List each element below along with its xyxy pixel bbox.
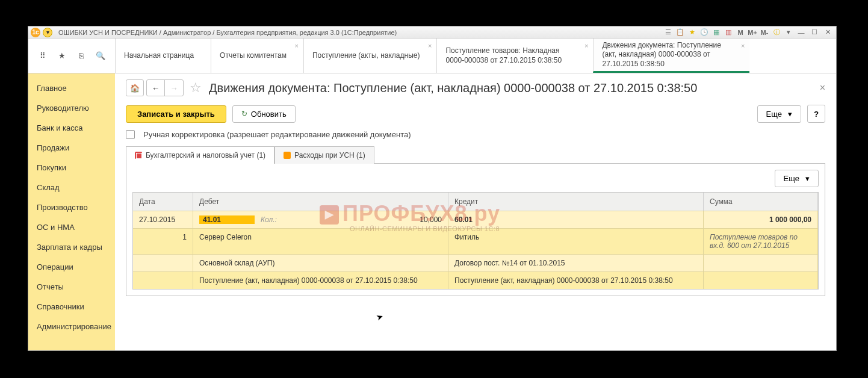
cell-debit-sub: Основной склад (АУП) [193,255,448,271]
sidebar: Главное Руководителю Банк и касса Продаж… [28,73,115,350]
sidebar-item-main[interactable]: Главное [28,78,115,98]
close-window-button[interactable]: ✕ [822,27,834,38]
titlebar: 1c ▾ ОШИБКИ УСН И ПОСРЕДНИКИ / Администр… [28,26,836,39]
close-icon[interactable]: × [584,42,588,49]
cell-num: 1 [133,229,193,254]
save-close-button[interactable]: Записать и закрыть [126,105,226,123]
tab-start[interactable]: Начальная страница [115,39,211,73]
debit-account: 41.01 [199,215,255,224]
tb-icon-2[interactable]: 📋 [675,27,686,38]
th-credit[interactable]: Кредит [448,193,704,211]
dropdown-icon[interactable]: ▾ [43,28,52,37]
sidebar-item-warehouse[interactable]: Склад [28,178,115,197]
sidebar-item-assets[interactable]: ОС и НМА [28,217,115,237]
sidebar-item-purchases[interactable]: Покупки [28,158,115,178]
sidebar-item-sales[interactable]: Продажи [28,138,115,158]
tab-receipt-doc[interactable]: Поступление товаров: Накладная 0000-0000… [436,39,593,73]
cell-sum: 1 000 000,00 [704,211,818,228]
content-area: 🏠 ← → ☆ Движения документа: Поступление … [115,73,836,350]
table-row[interactable]: 27.10.2015 41.01 Кол.: 10,000 60.01 1 00… [133,211,818,228]
app-icon: 1c [31,28,40,37]
history-icon[interactable]: 🕓 [699,27,710,38]
favorite-toggle[interactable]: ☆ [190,80,205,96]
help-button[interactable]: ? [807,105,825,123]
page-title: Движения документа: Поступление (акт, на… [209,81,820,95]
cell-credit: 60.01 [448,211,704,228]
cell-date: 27.10.2015 [133,211,193,228]
back-button[interactable]: ← [147,80,165,96]
cell-credit-sub: Фитиль [448,229,704,254]
search-icon[interactable]: 🔍 [95,50,107,62]
cell-debit-sub: Сервер Celeron [193,229,448,254]
close-icon[interactable]: × [741,42,745,49]
cursor-icon: ➤ [375,311,385,322]
maximize-button[interactable]: ☐ [808,27,820,38]
sidebar-item-manager[interactable]: Руководителю [28,98,115,118]
table-header: Дата Дебет Кредит Сумма [133,193,818,211]
usn-icon [284,152,291,159]
cell-debit-sub: Поступление (акт, накладная) 0000-000038… [193,272,448,289]
postings-table: Дата Дебет Кредит Сумма 27.10.2015 41.01… [132,192,819,290]
mem-m-minus[interactable]: М- [759,27,770,38]
top-tabs: ⠿ ★ ⎘ 🔍 Начальная страница Отчеты комите… [28,39,836,73]
calc-icon[interactable]: ▦ [711,27,722,38]
clip-icon[interactable]: ⎘ [75,50,87,62]
cell-sum-desc: Поступление товаров по вх.д. 600 от 27.1… [704,229,818,254]
subtab-accounting[interactable]: Бухгалтерский и налоговый учет (1) [126,146,274,164]
window-title: ОШИБКИ УСН И ПОСРЕДНИКИ / Администратор … [58,29,397,36]
sidebar-item-operations[interactable]: Операции [28,257,115,277]
tab-movements[interactable]: Движения документа: Поступление (акт, на… [593,39,749,73]
subtabs: Бухгалтерский и налоговый учет (1) Расхо… [126,146,825,164]
subtab-usn[interactable]: Расходы при УСН (1) [274,146,374,164]
close-page-button[interactable]: × [820,82,825,93]
more-button[interactable]: Еще▾ [757,105,801,123]
table-row[interactable]: Поступление (акт, накладная) 0000-000038… [133,271,818,289]
close-icon[interactable]: × [428,42,432,49]
star-icon[interactable]: ★ [56,50,68,62]
sidebar-item-catalogs[interactable]: Справочники [28,297,115,317]
th-sum[interactable]: Сумма [704,193,818,211]
chevron-down-icon: ▾ [805,174,810,183]
sidebar-item-hr[interactable]: Зарплата и кадры [28,237,115,257]
manual-edit-checkbox[interactable] [126,130,135,139]
cell-credit-sub: Договор пост. №14 от 01.10.2015 [448,255,704,271]
app-window: 1c ▾ ОШИБКИ УСН И ПОСРЕДНИКИ / Администр… [28,26,837,351]
calendar-icon[interactable]: ▥ [723,27,734,38]
manual-edit-label: Ручная корректировка (разрешает редактир… [143,130,411,139]
nav-history: ← → [146,79,184,96]
close-icon[interactable]: × [294,42,298,49]
tab-reports[interactable]: Отчеты комитентам× [211,39,303,73]
minimize-button[interactable]: — [795,27,807,38]
cell-debit: 41.01 Кол.: 10,000 [193,211,448,228]
chevron-down-icon: ▾ [788,110,792,119]
home-button[interactable]: 🏠 [126,79,144,96]
inner-more-button[interactable]: Еще▾ [775,170,819,187]
tab-panel: Еще▾ Дата Дебет Кредит Сумма 27.10.2015 … [126,164,825,296]
cell-credit-sub: Поступление (акт, накладная) 0000-000038… [448,272,704,289]
qty-label: Кол.: [255,215,382,224]
mem-m[interactable]: М [735,27,746,38]
accounting-icon [135,152,142,159]
favorite-icon[interactable]: ★ [687,27,698,38]
th-date[interactable]: Дата [133,193,193,211]
tab-receipt-list[interactable]: Поступление (акты, накладные)× [303,39,437,73]
sidebar-item-admin[interactable]: Администрирование [28,317,115,336]
info-icon[interactable]: ⓘ [771,27,782,38]
sidebar-item-bank[interactable]: Банк и касса [28,118,115,138]
tb-icon-1[interactable]: ☰ [663,27,674,38]
mem-m-plus[interactable]: М+ [747,27,758,38]
apps-icon[interactable]: ⠿ [37,50,49,62]
sidebar-item-reports[interactable]: Отчеты [28,277,115,297]
refresh-button[interactable]: ↻Обновить [232,105,296,123]
table-row[interactable]: 1 Сервер Celeron Фитиль Поступление това… [133,228,818,254]
qty-value: 10,000 [382,215,442,224]
refresh-icon: ↻ [241,110,247,118]
info-dd[interactable]: ▾ [783,27,794,38]
table-row[interactable]: Основной склад (АУП) Договор пост. №14 о… [133,254,818,271]
forward-button[interactable]: → [165,80,183,96]
th-debit[interactable]: Дебет [193,193,448,211]
sidebar-item-production[interactable]: Производство [28,197,115,217]
